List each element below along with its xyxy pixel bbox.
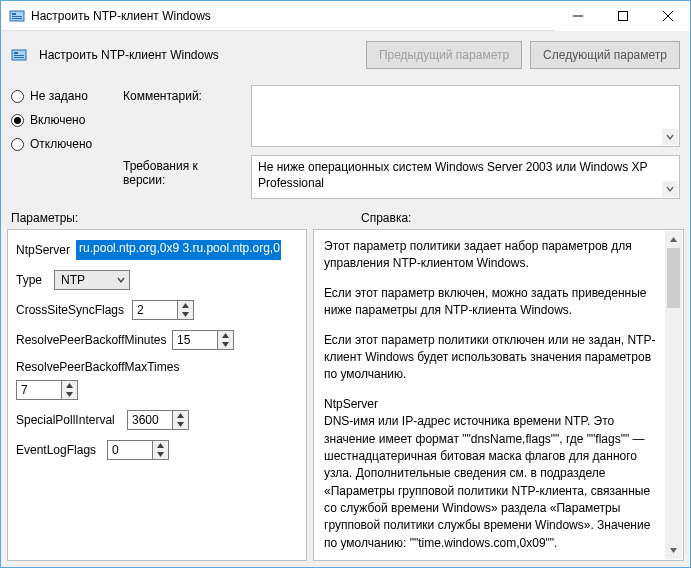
spin-up-icon[interactable] [178,301,193,310]
svg-rect-10 [14,55,24,56]
crosssite-input[interactable] [132,300,178,320]
svg-rect-2 [12,16,22,17]
radio-icon [11,138,24,151]
options-heading: Параметры: [11,211,311,225]
spin-up-icon[interactable] [153,441,168,450]
state-radios: Не задано Включено Отключено [11,85,111,199]
special-spinner[interactable] [127,410,189,430]
radio-label: Отключено [30,137,92,151]
scroll-thumb[interactable] [667,248,680,308]
radio-enabled[interactable]: Включено [11,113,111,127]
resolvemin-input[interactable] [172,330,218,350]
next-setting-button[interactable]: Следующий параметр [530,41,680,69]
spin-down-icon[interactable] [62,390,77,399]
special-input[interactable] [127,410,173,430]
svg-rect-5 [618,11,627,20]
comment-textarea[interactable] [251,85,680,147]
requirements-label: Требования к версии: [123,155,243,199]
svg-rect-9 [14,52,18,54]
ntpserver-input[interactable]: ru.pool.ntp.org,0x9 3.ru.pool.ntp.org,0x… [76,240,281,260]
spin-up-icon[interactable] [62,381,77,390]
radio-label: Включено [30,113,85,127]
chevron-down-icon[interactable] [662,181,678,197]
help-heading: Справка: [311,211,680,225]
svg-marker-14 [222,333,229,338]
spin-down-icon[interactable] [153,450,168,459]
help-text: NtpServer DNS-имя или IP-адрес источника… [324,396,659,553]
radio-icon [11,90,24,103]
svg-marker-15 [222,342,229,347]
svg-marker-16 [66,383,73,388]
panes: NtpServer ru.pool.ntp.org,0x9 3.ru.pool.… [1,229,690,567]
radio-disabled[interactable]: Отключено [11,137,111,151]
resolvemin-label: ResolvePeerBackoffMinutes [16,333,166,347]
resolvemax-spinner[interactable] [16,380,298,400]
app-icon [9,8,25,24]
close-button[interactable] [645,1,690,31]
spin-down-icon[interactable] [218,340,233,349]
scroll-track[interactable] [665,248,682,542]
eventlog-input[interactable] [107,440,153,460]
svg-marker-21 [157,452,164,457]
spin-down-icon[interactable] [173,420,188,429]
svg-marker-19 [177,422,184,427]
help-text: Если этот параметр включен, можно задать… [324,285,659,320]
resolvemax-input[interactable] [16,380,62,400]
svg-marker-13 [182,312,189,317]
maximize-button[interactable] [600,1,645,31]
help-text: Если этот параметр политики отключен или… [324,332,659,384]
spin-up-icon[interactable] [173,411,188,420]
form-column: Комментарий: Требования к версии: Не ниж… [123,85,680,199]
toolbar: Настроить NTP-клиент Windows Предыдущий … [1,31,690,79]
svg-rect-11 [14,57,24,58]
help-text: Этот параметр политики задает набор пара… [324,238,659,273]
titlebar: Настроить NTP-клиент Windows [1,1,690,31]
svg-rect-3 [12,18,22,19]
svg-marker-17 [66,392,73,397]
ntpserver-label: NtpServer [16,243,70,257]
help-scrollbar[interactable] [665,231,682,559]
comment-label: Комментарий: [123,85,243,147]
special-label: SpecialPollInterval [16,413,121,427]
scroll-up-icon[interactable] [665,231,682,248]
svg-marker-22 [670,237,677,242]
type-select[interactable]: NTP [54,270,130,290]
spin-down-icon[interactable] [178,310,193,319]
radio-label: Не задано [30,89,88,103]
type-label: Type [16,273,48,287]
scroll-down-icon[interactable] [665,542,682,559]
dialog-window: Настроить NTP-клиент Windows Настроить N… [0,0,691,568]
svg-marker-18 [177,413,184,418]
eventlog-label: EventLogFlags [16,443,101,457]
radio-not-configured[interactable]: Не задано [11,89,111,103]
chevron-down-icon [117,276,125,284]
resolvemin-spinner[interactable] [172,330,234,350]
policy-icon [11,47,27,63]
previous-setting-button[interactable]: Предыдущий параметр [366,41,522,69]
window-title: Настроить NTP-клиент Windows [31,9,555,23]
resolvemax-label: ResolvePeerBackoffMaxTimes [16,360,298,374]
crosssite-spinner[interactable] [132,300,194,320]
options-pane: NtpServer ru.pool.ntp.org,0x9 3.ru.pool.… [7,229,307,561]
spin-up-icon[interactable] [218,331,233,340]
radio-icon [11,114,24,127]
upper-section: Не задано Включено Отключено Комментарий… [1,79,690,199]
chevron-down-icon[interactable] [662,129,678,145]
requirements-box: Не ниже операционных систем Windows Serv… [251,155,680,199]
toolbar-title: Настроить NTP-клиент Windows [39,48,358,62]
minimize-button[interactable] [555,1,600,31]
svg-rect-1 [12,13,16,15]
svg-marker-23 [670,548,677,553]
eventlog-spinner[interactable] [107,440,169,460]
svg-marker-20 [157,443,164,448]
section-labels: Параметры: Справка: [1,199,690,229]
help-pane: Этот параметр политики задает набор пара… [313,229,684,561]
crosssite-label: CrossSiteSyncFlags [16,303,126,317]
svg-marker-12 [182,303,189,308]
